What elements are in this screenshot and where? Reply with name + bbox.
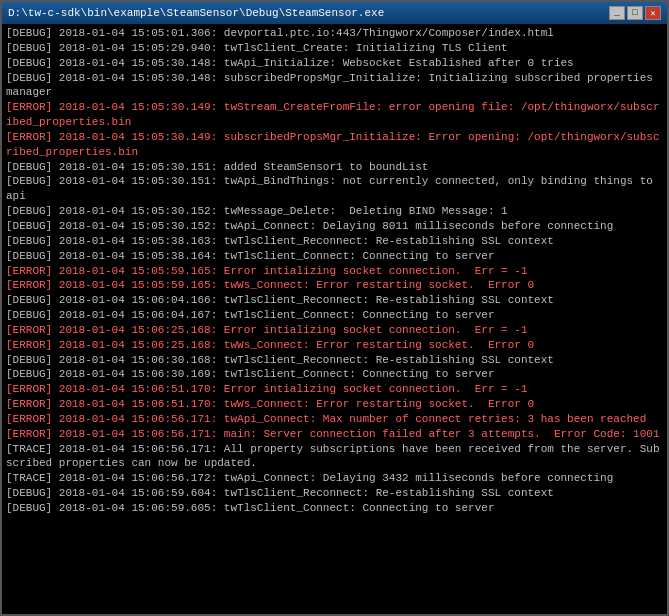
log-line: [ERROR] 2018-01-04 15:05:30.149: twStrea… — [6, 100, 663, 130]
log-line: [ERROR] 2018-01-04 15:05:59.165: Error i… — [6, 264, 663, 279]
title-bar: D:\tw-c-sdk\bin\example\SteamSensor\Debu… — [2, 2, 667, 24]
log-line: [DEBUG] 2018-01-04 15:06:04.166: twTlsCl… — [6, 293, 663, 308]
close-button[interactable]: ✕ — [645, 6, 661, 20]
log-line: [DEBUG] 2018-01-04 15:05:38.164: twTlsCl… — [6, 249, 663, 264]
minimize-button[interactable]: _ — [609, 6, 625, 20]
title-bar-controls: _ □ ✕ — [609, 6, 661, 20]
log-line: [DEBUG] 2018-01-04 15:05:38.163: twTlsCl… — [6, 234, 663, 249]
log-line: [DEBUG] 2018-01-04 15:06:59.604: twTlsCl… — [6, 486, 663, 501]
maximize-button[interactable]: □ — [627, 6, 643, 20]
log-line: [ERROR] 2018-01-04 15:06:56.171: main: S… — [6, 427, 663, 442]
console-output: [DEBUG] 2018-01-04 15:05:01.306: devport… — [2, 24, 667, 614]
log-line: [ERROR] 2018-01-04 15:06:51.170: Error i… — [6, 382, 663, 397]
log-line: [DEBUG] 2018-01-04 15:06:59.605: twTlsCl… — [6, 501, 663, 516]
log-line: [DEBUG] 2018-01-04 15:05:30.151: added S… — [6, 160, 663, 175]
log-line: [DEBUG] 2018-01-04 15:06:04.167: twTlsCl… — [6, 308, 663, 323]
main-window: D:\tw-c-sdk\bin\example\SteamSensor\Debu… — [0, 0, 669, 616]
log-line: [ERROR] 2018-01-04 15:06:25.168: twWs_Co… — [6, 338, 663, 353]
log-line: [ERROR] 2018-01-04 15:06:56.171: twApi_C… — [6, 412, 663, 427]
log-line: [DEBUG] 2018-01-04 15:05:30.148: twApi_I… — [6, 56, 663, 71]
log-line: [DEBUG] 2018-01-04 15:05:30.151: twApi_B… — [6, 174, 663, 204]
log-line: [DEBUG] 2018-01-04 15:05:29.940: twTlsCl… — [6, 41, 663, 56]
log-line: [ERROR] 2018-01-04 15:05:59.165: twWs_Co… — [6, 278, 663, 293]
log-line: [DEBUG] 2018-01-04 15:05:30.152: twApi_C… — [6, 219, 663, 234]
log-line: [TRACE] 2018-01-04 15:06:56.172: twApi_C… — [6, 471, 663, 486]
log-line: [DEBUG] 2018-01-04 15:06:30.168: twTlsCl… — [6, 353, 663, 368]
log-line: [DEBUG] 2018-01-04 15:05:30.152: twMessa… — [6, 204, 663, 219]
log-line: [ERROR] 2018-01-04 15:05:30.149: subscri… — [6, 130, 663, 160]
log-line: [ERROR] 2018-01-04 15:06:51.170: twWs_Co… — [6, 397, 663, 412]
log-line: [DEBUG] 2018-01-04 15:06:30.169: twTlsCl… — [6, 367, 663, 382]
title-bar-text: D:\tw-c-sdk\bin\example\SteamSensor\Debu… — [8, 7, 384, 19]
log-line: [TRACE] 2018-01-04 15:06:56.171: All pro… — [6, 442, 663, 472]
log-line: [DEBUG] 2018-01-04 15:05:01.306: devport… — [6, 26, 663, 41]
log-line: [ERROR] 2018-01-04 15:06:25.168: Error i… — [6, 323, 663, 338]
log-line: [DEBUG] 2018-01-04 15:05:30.148: subscri… — [6, 71, 663, 101]
